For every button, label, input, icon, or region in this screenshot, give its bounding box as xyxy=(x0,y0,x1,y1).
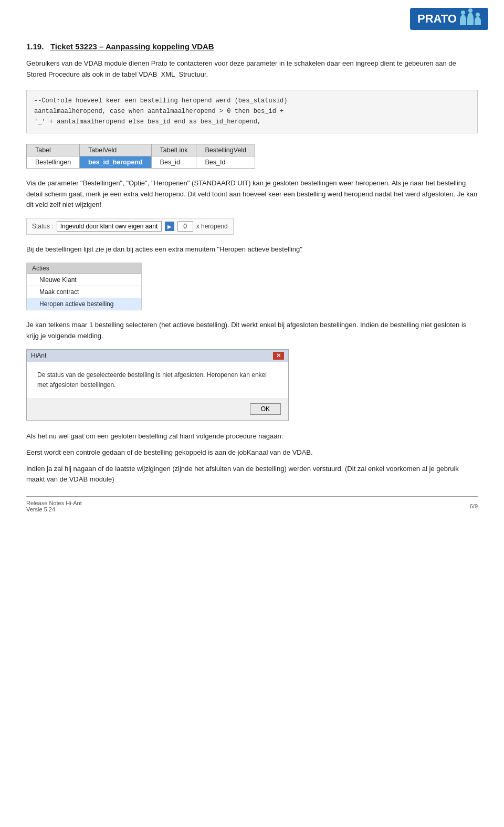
figure-icon-2 xyxy=(467,13,474,25)
status-count-input[interactable] xyxy=(177,221,193,232)
paragraph-6: Indien ja zal hij nagaan of de laatste w… xyxy=(26,464,478,486)
menu-item-heropen: Heropen actieve bestelling xyxy=(27,298,141,310)
menu-item-nieuwe-klant: Nieuwe Klant xyxy=(27,274,141,286)
menu-screenshot: Acties Nieuwe Klant Maak contract Herope… xyxy=(26,263,142,310)
status-input[interactable] xyxy=(57,221,162,232)
section-title: 1.19. Ticket 53223 – Aanpassing koppelin… xyxy=(26,42,478,51)
paragraph-4: Als het nu wel gaat om een gesloten best… xyxy=(26,431,478,442)
logo-area: PRATO xyxy=(410,8,488,30)
figure-icon-1 xyxy=(460,15,466,25)
table-row: Bestellingen bes_id_heropend Bes_id Bes_… xyxy=(27,156,255,168)
dialog-title: HiAnt xyxy=(31,352,46,359)
logo-figures xyxy=(460,13,481,25)
cell-tabelveld: bes_id_heropend xyxy=(80,156,152,168)
intro-paragraph: Gebruikers van de VDAB module dienen Pra… xyxy=(26,58,478,80)
col-header-bestellingveld: BestellingVeld xyxy=(196,144,255,156)
footer-version: Versie 5.24 xyxy=(26,506,82,512)
status-play-button[interactable]: ▶ xyxy=(165,222,174,231)
status-bar-screenshot: Status : ▶ x heropend xyxy=(26,218,234,235)
figure-icon-3 xyxy=(475,17,481,25)
cell-tabellink: Bes_id xyxy=(151,156,196,168)
page-footer: Release Notes Hi-Ant Versie 5.24 6/9 xyxy=(26,496,478,512)
dialog-body: De status van de geselecteerde bestellin… xyxy=(27,362,288,399)
paragraph-3: Je kan telkens maar 1 bestelling selecte… xyxy=(26,320,478,342)
logo-text: PRATO xyxy=(417,12,457,26)
dialog-close-button[interactable]: ✕ xyxy=(273,352,284,360)
menu-item-maak-contract: Maak contract xyxy=(27,286,141,298)
paragraph-2: Bij de bestellingen lijst zie je dan bij… xyxy=(26,244,478,255)
col-header-tabel: Tabel xyxy=(27,144,80,156)
dialog-ok-button[interactable]: OK xyxy=(250,403,281,415)
col-header-tabelveld: TabelVeld xyxy=(80,144,152,156)
dialog-body-text: De status van de geselecteerde bestellin… xyxy=(37,370,278,390)
cell-bestellingveld: Bes_Id xyxy=(196,156,255,168)
footer-left-section: Release Notes Hi-Ant Versie 5.24 xyxy=(26,500,82,512)
dialog-titlebar: HiAnt ✕ xyxy=(27,350,288,362)
footer-page-number: 6/9 xyxy=(470,503,478,509)
cell-tabel: Bestellingen xyxy=(27,156,80,168)
footer-app-name: Release Notes Hi-Ant xyxy=(26,500,82,506)
menu-header: Acties xyxy=(27,263,141,274)
paragraph-1: Via de parameter "Bestellingen", "Optie"… xyxy=(26,178,478,211)
status-label: Status : xyxy=(32,223,54,230)
dialog-box: HiAnt ✕ De status van de geselecteerde b… xyxy=(26,349,289,421)
paragraph-5: Eerst wordt een controle gedaan of de be… xyxy=(26,447,478,458)
code-block: --Controle hoeveel keer een bestelling h… xyxy=(26,90,478,133)
dialog-footer: OK xyxy=(27,399,288,420)
status-suffix: x heropend xyxy=(196,223,228,230)
col-header-tabellink: TabelLink xyxy=(151,144,196,156)
data-table: Tabel TabelVeld TabelLink BestellingVeld… xyxy=(26,144,255,169)
logo: PRATO xyxy=(410,8,488,30)
